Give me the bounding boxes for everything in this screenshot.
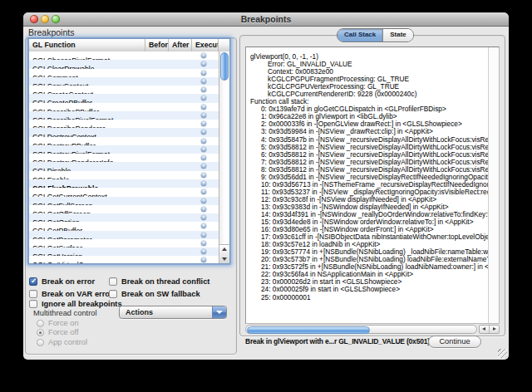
execute-breakpoint-orb-icon[interactable] [201, 249, 206, 254]
table-scrollbar-arrows [219, 244, 229, 263]
continue-button[interactable]: Continue [428, 336, 481, 348]
table-row[interactable]: CGLDisable [29, 162, 219, 170]
hscroll-thumb[interactable] [247, 326, 370, 334]
ignore-all-breakpoints-label: Ignore all breakpoints [42, 300, 122, 309]
table-scrollbar[interactable] [219, 51, 229, 263]
tab-call-stack[interactable]: Call Stack [337, 29, 383, 42]
table-row[interactable]: CGLGetVersion [29, 247, 219, 256]
hscroll-track[interactable] [245, 325, 477, 334]
console-line: 25: 0x00000001 [261, 294, 489, 301]
execute-breakpoint-orb-icon[interactable] [201, 113, 206, 118]
execute-breakpoint-orb-icon[interactable] [201, 121, 206, 126]
execute-breakpoint-orb-icon[interactable] [201, 147, 206, 152]
force-on-radio[interactable] [37, 320, 44, 327]
execute-breakpoint-orb-icon[interactable] [201, 61, 206, 66]
hscroll-arrows [479, 325, 500, 334]
force-on-label: Force on [48, 319, 79, 327]
resize-grip[interactable] [498, 349, 507, 358]
table-row[interactable]: CGLComment [29, 69, 219, 77]
table-row[interactable]: CGLGetSurface [29, 239, 219, 247]
gl-function-table[interactable]: GL Function Before After Execute CGLChoo… [28, 38, 230, 264]
scroll-left-icon[interactable] [480, 326, 490, 333]
scroll-right-icon[interactable] [490, 326, 499, 333]
table-row[interactable]: CGLDestroyContext [29, 128, 219, 136]
execute-breakpoint-orb-icon[interactable] [201, 257, 206, 262]
execute-breakpoint-orb-icon[interactable] [201, 189, 206, 194]
table-row[interactable]: CGLGetCurrentContext [29, 188, 219, 196]
table-row[interactable]: CGLGetFullScreen [29, 197, 219, 205]
ignore-all-breakpoints-checkbox[interactable] [29, 300, 37, 308]
call-stack-vertical-scrollbar[interactable] [488, 47, 499, 323]
table-row[interactable]: CGLDescribePixelFormat [29, 111, 219, 120]
break-on-sw-fallback-checkbox[interactable] [109, 290, 117, 298]
execute-breakpoint-orb-icon[interactable] [201, 198, 206, 203]
app-control-label: App control [48, 338, 87, 346]
call-stack-horizontal-scrollbar[interactable] [245, 325, 500, 335]
actions-dropdown-value: Actions [126, 306, 153, 318]
table-row[interactable]: CGLClearDrawable [29, 60, 219, 68]
app-control-radio[interactable] [37, 339, 44, 346]
execute-breakpoint-orb-icon[interactable] [201, 130, 206, 135]
actions-dropdown[interactable]: Actions [119, 306, 227, 319]
execute-breakpoint-orb-icon[interactable] [201, 215, 206, 220]
checkbox-row-1: Break on error Break on thread conflict [23, 277, 234, 287]
execute-breakpoint-orb-icon[interactable] [201, 207, 206, 212]
execute-breakpoint-orb-icon[interactable] [201, 173, 206, 178]
force-off-radio[interactable] [37, 329, 44, 336]
break-on-var-error-label: Break on VAR error [42, 290, 113, 299]
tab-state[interactable]: State [383, 29, 413, 42]
scroll-up-icon[interactable] [222, 247, 227, 251]
table-row[interactable]: CGLGetVirtualScreen [29, 256, 219, 263]
breakpoints-heading: Breakpoints [28, 27, 74, 37]
table-scrollbar-thumb[interactable] [220, 52, 229, 81]
execute-breakpoint-orb-icon[interactable] [201, 105, 206, 110]
table-row[interactable]: CGLDestroyPBuffer [29, 137, 219, 145]
title-bar[interactable]: Breakpoints [23, 12, 509, 27]
table-header: GL Function Before After Execute [29, 39, 229, 52]
break-on-thread-conflict-checkbox[interactable] [109, 277, 117, 286]
scroll-down-icon[interactable] [222, 257, 227, 261]
column-header-before[interactable]: Before [145, 39, 169, 51]
table-row[interactable]: CGLCreateContext [29, 86, 219, 94]
execute-breakpoint-orb-icon[interactable] [201, 79, 206, 84]
column-header-execute[interactable]: Execute [192, 39, 219, 51]
table-row[interactable]: CGLGetPBuffer [29, 222, 219, 230]
table-row[interactable]: CGLDestroyRendererInfo [29, 154, 219, 162]
table-row[interactable]: CGLCreatePBuffer [29, 94, 219, 102]
table-row[interactable]: CGLDescribeRenderer [29, 120, 219, 128]
table-row[interactable]: CGLFlushDrawable [29, 179, 219, 188]
execute-breakpoint-orb-icon[interactable] [201, 155, 206, 160]
execute-breakpoint-orb-icon[interactable] [201, 71, 206, 76]
execute-breakpoint-orb-icon[interactable] [201, 223, 206, 228]
table-row[interactable]: CGLDescribePBuffer [29, 103, 219, 111]
call-stack-view[interactable]: glViewport(0, 0, -1, -1)Error: GL_INVALI… [245, 47, 500, 324]
execute-breakpoint-orb-icon[interactable] [201, 241, 206, 246]
execute-breakpoint-orb-icon[interactable] [201, 139, 206, 144]
table-row[interactable]: CGLGetParameter [29, 231, 219, 239]
table-row[interactable]: CGLGetOffScreen [29, 205, 219, 213]
execute-breakpoint-orb-icon[interactable] [201, 164, 206, 169]
execute-breakpoint-orb-icon[interactable] [201, 233, 206, 238]
break-on-var-error-checkbox[interactable] [29, 290, 37, 298]
gl-function-table-body: CGLChoosePixelFormatCGLClearDrawableCGLC… [29, 51, 219, 263]
force-off-label: Force off [48, 328, 79, 336]
table-row[interactable]: CGLChoosePixelFormat [29, 51, 219, 60]
execute-breakpoint-orb-icon[interactable] [201, 181, 206, 186]
break-on-sw-fallback-label: Break on SW fallback [121, 290, 200, 299]
execute-breakpoint-orb-icon[interactable] [201, 87, 206, 92]
execute-breakpoint-orb-icon[interactable] [201, 53, 206, 58]
column-header-spacer [219, 39, 229, 51]
break-on-error-label: Break on error [42, 277, 95, 287]
column-header-gl-function[interactable]: GL Function [29, 39, 145, 51]
table-row[interactable]: CGLGetOption [29, 213, 219, 222]
break-status-text: Break in glViewport with e...r GL_INVALI… [245, 337, 430, 345]
breakpoints-window: Breakpoints Breakpoints GL Function Befo… [23, 12, 509, 360]
break-on-thread-conflict-label: Break on thread conflict [121, 277, 209, 287]
break-on-error-checkbox[interactable] [29, 277, 37, 286]
tab-bar: Call Stack State [337, 28, 414, 42]
table-row[interactable]: CGLDestroyPixelFormat [29, 145, 219, 154]
execute-breakpoint-orb-icon[interactable] [201, 96, 206, 100]
table-row[interactable]: CGLEnable [29, 171, 219, 179]
column-header-after[interactable]: After [169, 39, 192, 51]
table-row[interactable]: CGLCopyContext [29, 77, 219, 86]
